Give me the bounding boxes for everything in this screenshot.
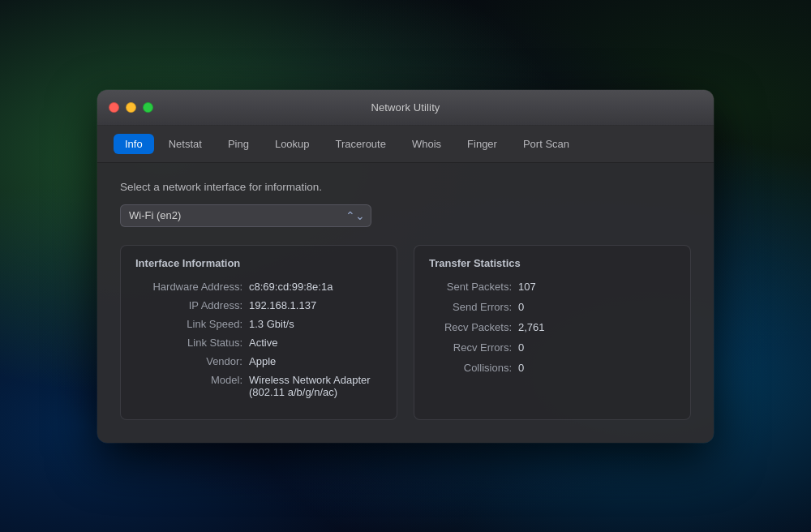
content-subtitle: Select a network interface for informati… xyxy=(120,181,691,193)
tab-netstat[interactable]: Netstat xyxy=(157,134,213,154)
tab-finger[interactable]: Finger xyxy=(456,134,508,154)
recv-errors-label: Recv Errors: xyxy=(429,341,518,354)
vendor-row: Vendor: Apple xyxy=(135,355,382,367)
interface-panel-title: Interface Information xyxy=(135,257,382,269)
send-errors-row: Send Errors: 0 xyxy=(429,301,676,313)
minimize-button[interactable] xyxy=(126,102,136,113)
content-area: Select a network interface for informati… xyxy=(97,163,714,443)
vendor-value: Apple xyxy=(249,355,276,367)
sent-packets-label: Sent Packets: xyxy=(429,281,518,293)
hardware-address-row: Hardware Address: c8:69:cd:99:8e:1a xyxy=(135,281,382,293)
tab-whois[interactable]: Whois xyxy=(401,134,453,154)
tab-port-scan[interactable]: Port Scan xyxy=(512,134,581,154)
hardware-address-label: Hardware Address: xyxy=(135,281,249,293)
info-panels: Interface Information Hardware Address: … xyxy=(120,245,691,420)
recv-packets-row: Recv Packets: 2,761 xyxy=(429,321,676,333)
recv-packets-label: Recv Packets: xyxy=(429,321,518,333)
link-speed-label: Link Speed: xyxy=(135,318,249,330)
collisions-value: 0 xyxy=(518,362,524,374)
sent-packets-row: Sent Packets: 107 xyxy=(429,281,676,293)
link-status-row: Link Status: Active xyxy=(135,337,382,349)
hardware-address-value: c8:69:cd:99:8e:1a xyxy=(249,281,333,293)
tab-info[interactable]: Info xyxy=(114,134,154,154)
tab-ping[interactable]: Ping xyxy=(217,134,260,154)
window-title: Network Utility xyxy=(371,101,440,114)
model-value: Wireless Network Adapter (802.11 a/b/g/n… xyxy=(249,374,371,398)
transfer-stats-panel: Transfer Statistics Sent Packets: 107 Se… xyxy=(414,245,691,420)
ip-address-row: IP Address: 192.168.1.137 xyxy=(135,299,382,311)
recv-packets-value: 2,761 xyxy=(518,321,545,333)
tab-traceroute[interactable]: Traceroute xyxy=(324,134,397,154)
send-errors-value: 0 xyxy=(518,301,524,313)
link-speed-row: Link Speed: 1.3 Gbit/s xyxy=(135,318,382,330)
title-bar: Network Utility xyxy=(97,90,714,126)
interface-dropdown-wrapper: Wi-Fi (en2) Ethernet (en0) Loopback (lo0… xyxy=(120,204,371,227)
model-row: Model: Wireless Network Adapter (802.11 … xyxy=(135,374,382,398)
interface-info-panel: Interface Information Hardware Address: … xyxy=(120,245,397,420)
close-button[interactable] xyxy=(109,102,119,113)
interface-dropdown[interactable]: Wi-Fi (en2) Ethernet (en0) Loopback (lo0… xyxy=(120,204,371,227)
traffic-lights xyxy=(109,102,153,113)
sent-packets-value: 107 xyxy=(518,281,536,293)
maximize-button[interactable] xyxy=(143,102,153,113)
collisions-label: Collisions: xyxy=(429,362,518,374)
recv-errors-row: Recv Errors: 0 xyxy=(429,341,676,354)
vendor-label: Vendor: xyxy=(135,355,249,367)
recv-errors-value: 0 xyxy=(518,341,524,354)
ip-address-value: 192.168.1.137 xyxy=(249,299,316,311)
ip-address-label: IP Address: xyxy=(135,299,249,311)
link-status-value: Active xyxy=(249,337,277,349)
transfer-panel-title: Transfer Statistics xyxy=(429,257,676,269)
model-label: Model: xyxy=(135,374,249,386)
tab-bar: Info Netstat Ping Lookup Traceroute Whoi… xyxy=(97,126,714,163)
link-status-label: Link Status: xyxy=(135,337,249,349)
tab-lookup[interactable]: Lookup xyxy=(264,134,321,154)
send-errors-label: Send Errors: xyxy=(429,301,518,313)
collisions-row: Collisions: 0 xyxy=(429,362,676,374)
network-utility-window: Network Utility Info Netstat Ping Lookup… xyxy=(97,90,714,443)
link-speed-value: 1.3 Gbit/s xyxy=(249,318,294,330)
